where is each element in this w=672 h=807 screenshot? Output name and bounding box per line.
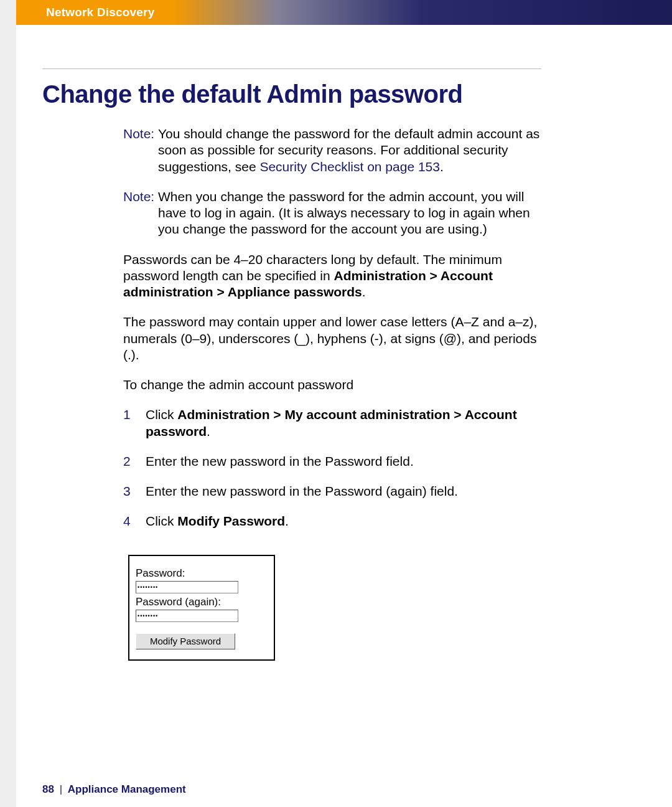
header-title: Network Discovery [46,6,154,19]
password-again-input[interactable] [136,610,238,622]
password-input[interactable] [136,581,238,593]
body-text: Note: You should change the password for… [123,126,541,530]
step-text: Enter the new password in the Password (… [146,483,541,499]
step-bold: Administration > My account administrati… [146,407,517,438]
step-text: Click Modify Password. [146,513,541,529]
password-chars-paragraph: The password may contain upper and lower… [123,314,541,363]
step-list: 1 Click Administration > My account admi… [123,407,541,529]
step-2: 2 Enter the new password in the Password… [123,453,541,470]
note-1: Note: You should change the password for… [123,126,541,175]
page-title: Change the default Admin password [42,80,541,108]
procedure-lead: To change the admin account password [123,377,541,393]
step-4: 4 Click Modify Password. [123,513,541,529]
para-text-post: . [362,285,366,299]
password-form-screenshot: Password: Password (again): Modify Passw… [128,555,275,661]
step-number: 1 [123,407,146,440]
password-label: Password: [136,567,268,580]
step-pre: Click [146,407,177,422]
step-pre: Click [146,514,177,528]
password-length-paragraph: Passwords can be 4–20 characters long by… [123,252,541,301]
password-again-label: Password (again): [136,596,268,608]
page-number: 88 [42,783,54,795]
left-margin-strip [0,0,16,807]
header-banner: Network Discovery [16,0,672,25]
step-3: 3 Enter the new password in the Password… [123,483,541,499]
note-label: Note: [123,189,158,238]
footer-section: Appliance Management [68,783,186,795]
note-label: Note: [123,126,158,175]
note-text-post: . [440,159,444,174]
step-text: Click Administration > My account admini… [146,407,541,440]
step-number: 4 [123,513,146,529]
step-1: 1 Click Administration > My account admi… [123,407,541,440]
footer-separator: | [60,783,62,795]
security-checklist-link[interactable]: Security Checklist on page 153 [259,159,440,174]
page-content: Change the default Admin password Note: … [42,68,541,661]
step-number: 2 [123,453,146,470]
step-bold: Modify Password [177,514,285,528]
horizontal-rule [42,68,541,69]
note-text: When you change the password for the adm… [158,189,541,238]
note-2: Note: When you change the password for t… [123,189,541,238]
step-post: . [207,424,210,438]
page-footer: 88 | Appliance Management [42,783,186,796]
note-text-pre: When you change the password for the adm… [158,189,530,237]
step-number: 3 [123,483,146,499]
modify-password-button[interactable]: Modify Password [136,633,235,649]
step-post: . [285,514,289,528]
step-text: Enter the new password in the Password f… [146,453,541,470]
note-text: You should change the password for the d… [158,126,541,175]
